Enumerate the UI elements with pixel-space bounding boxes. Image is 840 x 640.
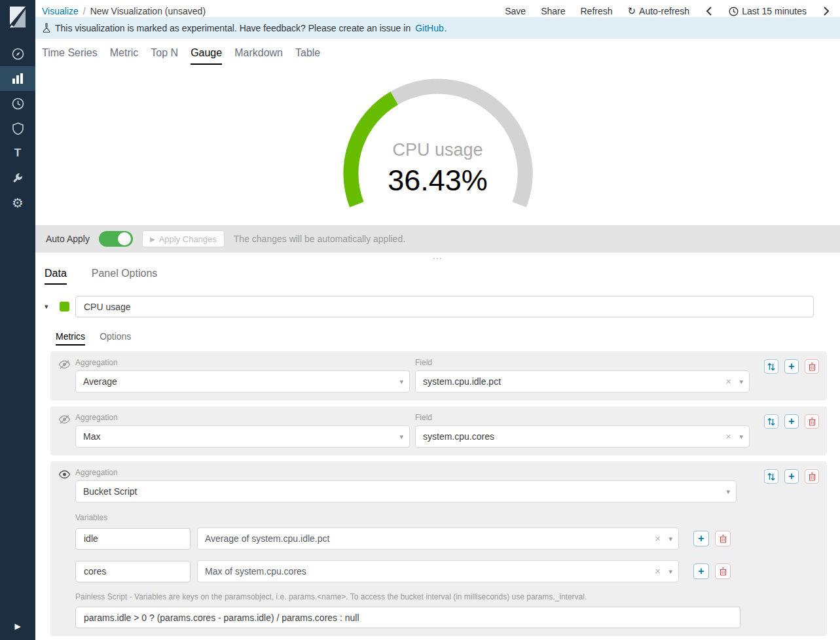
auto-apply-hint: The changes will be automatically applie… <box>234 234 405 244</box>
delete-variable-button[interactable] <box>715 563 731 579</box>
tab-metrics[interactable]: Metrics <box>56 331 85 346</box>
chevron-down-icon: ▾ <box>739 433 743 441</box>
variable-name-input[interactable] <box>75 561 191 582</box>
breadcrumb-separator: / <box>83 6 86 16</box>
kibana-logo[interactable] <box>8 6 27 31</box>
field-label: Field <box>415 358 750 367</box>
clear-icon[interactable]: × <box>655 533 661 544</box>
delete-variable-button[interactable] <box>715 531 731 546</box>
nav-monitoring-clock-icon[interactable] <box>0 91 35 116</box>
field-label: Field <box>415 413 750 422</box>
auto-apply-toggle[interactable] <box>99 231 133 247</box>
chevron-down-icon: ▾ <box>399 433 403 441</box>
top-actions: Save Share Refresh ↻ Auto-refresh Last 1… <box>505 5 831 17</box>
chevron-down-icon: ▾ <box>739 378 743 386</box>
gauge-value: 36.43% <box>336 164 540 198</box>
aggregation-select[interactable]: Bucket Script ▾ <box>75 480 737 503</box>
eye-icon[interactable] <box>58 468 75 628</box>
save-button[interactable]: Save <box>505 6 526 16</box>
aggregation-select[interactable]: Average ▾ <box>75 370 410 393</box>
tab-gauge[interactable]: Gauge <box>191 47 222 65</box>
chevron-down-icon: ▾ <box>668 567 672 576</box>
field-select[interactable]: system.cpu.idle.pct × ▾ <box>415 370 750 393</box>
experimental-banner: This visualization is marked as experime… <box>35 17 840 39</box>
nav-visualize-icon[interactable] <box>0 66 35 91</box>
variables-block: Variables Average of system.cpu.idle.pct… <box>75 513 750 582</box>
tab-data[interactable]: Data <box>45 268 67 285</box>
add-metric-button[interactable]: + <box>784 359 799 374</box>
time-back-chevron-icon[interactable] <box>704 6 714 16</box>
apply-changes-button[interactable]: ▶ Apply Changes <box>142 230 225 247</box>
panel-resize-handle[interactable]: ⋯ <box>35 253 840 264</box>
metric-row-average: Aggregation Average ▾ Field system.cpu.i… <box>50 351 827 400</box>
eye-slash-icon[interactable] <box>58 358 75 393</box>
global-nav-sidebar: T ⚙ ▶ <box>0 0 35 640</box>
auto-apply-label: Auto Apply <box>46 234 90 244</box>
time-range-picker[interactable]: Last 15 minutes <box>729 6 807 16</box>
series-color-swatch[interactable] <box>60 302 69 311</box>
reorder-metric-button[interactable] <box>764 414 778 429</box>
tab-options[interactable]: Options <box>100 331 131 346</box>
delete-metric-button[interactable] <box>805 414 819 429</box>
breadcrumb-visualize-link[interactable]: Visualize <box>42 6 79 16</box>
main-area: Visualize / New Visualization (unsaved) … <box>35 0 840 640</box>
github-link[interactable]: GitHub <box>415 23 444 33</box>
tab-time-series[interactable]: Time Series <box>42 47 98 65</box>
variables-label: Variables <box>75 513 750 522</box>
nav-devtools-wrench-icon[interactable] <box>0 166 35 190</box>
metric-row-max: Aggregation Max ▾ Field system.cpu.cores… <box>50 406 827 455</box>
nav-collapse-icon[interactable]: ▶ <box>0 616 35 636</box>
editor-tabs: Data Panel Options <box>35 264 840 285</box>
time-forward-chevron-icon[interactable] <box>822 6 831 16</box>
clear-icon[interactable]: × <box>725 431 731 442</box>
nav-management-gear-icon[interactable]: ⚙ <box>0 190 35 215</box>
delete-metric-button[interactable] <box>805 469 819 484</box>
time-range-label: Last 15 minutes <box>742 6 807 16</box>
viz-type-tabs: Time Series Metric Top N Gauge Markdown … <box>35 39 840 65</box>
delete-metric-button[interactable] <box>805 359 819 374</box>
series-collapse-caret-icon[interactable]: ▾ <box>45 302 54 311</box>
field-select[interactable]: system.cpu.cores × ▾ <box>415 425 750 448</box>
variable-metric-select[interactable]: Average of system.cpu.idle.pct × ▾ <box>197 527 679 550</box>
painless-script-input[interactable] <box>75 607 740 628</box>
variable-metric-select[interactable]: Max of system.cpu.cores × ▾ <box>197 560 679 582</box>
tab-top-n[interactable]: Top N <box>151 47 178 65</box>
nav-discover-icon[interactable] <box>0 41 35 66</box>
aggregation-label: Aggregation <box>75 358 410 367</box>
chevron-down-icon: ▾ <box>668 535 672 543</box>
aggregation-label: Aggregation <box>75 468 750 477</box>
add-variable-button[interactable]: + <box>693 531 709 546</box>
nav-timelion-icon[interactable]: T <box>0 141 35 166</box>
tab-markdown[interactable]: Markdown <box>234 47 283 65</box>
share-button[interactable]: Share <box>541 6 565 16</box>
reorder-metric-button[interactable] <box>764 359 778 374</box>
clear-icon[interactable]: × <box>725 376 731 387</box>
painless-script-note: Painless Script - Variables are keys on … <box>75 592 750 601</box>
aggregation-select[interactable]: Max ▾ <box>75 425 410 448</box>
metric-row-bucket-script: Aggregation Bucket Script ▾ Variables Av… <box>50 461 827 636</box>
add-variable-button[interactable]: + <box>693 563 709 579</box>
variable-name-input[interactable] <box>75 528 191 550</box>
chevron-down-icon: ▾ <box>399 378 403 386</box>
eye-slash-icon[interactable] <box>58 413 75 448</box>
play-icon: ▶ <box>150 236 155 243</box>
nav-security-shield-icon[interactable] <box>0 116 35 141</box>
auto-refresh-button[interactable]: ↻ Auto-refresh <box>628 5 690 17</box>
refresh-button[interactable]: Refresh <box>581 6 613 16</box>
series-name-input[interactable] <box>75 296 814 317</box>
auto-apply-bar: Auto Apply ▶ Apply Changes The changes w… <box>35 225 840 253</box>
reorder-metric-button[interactable] <box>764 469 778 484</box>
variable-row: Max of system.cpu.cores × ▾ + <box>75 560 750 582</box>
breadcrumb-current: New Visualization (unsaved) <box>90 6 206 16</box>
chevron-down-icon: ▾ <box>726 488 730 496</box>
tab-panel-options[interactable]: Panel Options <box>92 268 158 285</box>
tab-metric[interactable]: Metric <box>110 47 139 65</box>
series-editor: Data Panel Options ▾ Metrics Options <box>35 264 840 640</box>
app-root: T ⚙ ▶ Visualize / New Visualization (uns… <box>0 0 840 640</box>
clear-icon[interactable]: × <box>655 565 661 577</box>
tab-table[interactable]: Table <box>295 47 320 65</box>
add-metric-button[interactable]: + <box>784 469 799 484</box>
gauge-title: CPU usage <box>336 140 540 160</box>
breadcrumb: Visualize / New Visualization (unsaved) <box>42 5 206 16</box>
add-metric-button[interactable]: + <box>784 414 799 429</box>
